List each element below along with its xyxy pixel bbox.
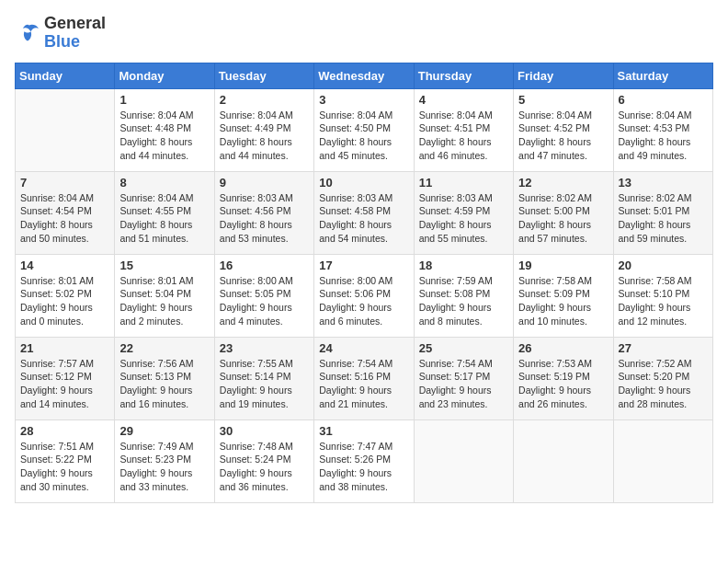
calendar-cell xyxy=(16,88,115,171)
logo-bird-icon xyxy=(15,22,40,44)
calendar-cell: 13Sunrise: 8:02 AMSunset: 5:01 PMDayligh… xyxy=(613,171,712,254)
day-number: 13 xyxy=(619,176,708,190)
calendar-cell: 2Sunrise: 8:04 AMSunset: 4:49 PMDaylight… xyxy=(214,88,313,171)
weekday-header: Sunday xyxy=(16,63,115,88)
day-info: Sunrise: 8:03 AMSunset: 4:58 PMDaylight:… xyxy=(319,191,408,246)
calendar-cell: 8Sunrise: 8:04 AMSunset: 4:55 PMDaylight… xyxy=(115,171,214,254)
logo: General Blue xyxy=(15,15,106,52)
day-number: 18 xyxy=(419,259,508,272)
page-header: General Blue xyxy=(15,15,713,52)
day-number: 29 xyxy=(119,424,209,438)
calendar-cell: 19Sunrise: 7:58 AMSunset: 5:09 PMDayligh… xyxy=(514,254,613,337)
day-info: Sunrise: 8:00 AMSunset: 5:06 PMDaylight:… xyxy=(319,274,408,328)
day-info: Sunrise: 7:48 AMSunset: 5:24 PMDaylight:… xyxy=(220,440,309,494)
day-number: 20 xyxy=(619,259,708,272)
calendar-cell: 26Sunrise: 7:53 AMSunset: 5:19 PMDayligh… xyxy=(514,337,613,419)
day-number: 9 xyxy=(220,176,309,190)
day-info: Sunrise: 8:04 AMSunset: 4:55 PMDaylight:… xyxy=(119,191,209,246)
day-info: Sunrise: 7:57 AMSunset: 5:12 PMDaylight:… xyxy=(20,357,109,411)
day-number: 30 xyxy=(220,424,309,438)
day-info: Sunrise: 8:02 AMSunset: 5:00 PMDaylight:… xyxy=(518,191,608,246)
calendar-cell: 18Sunrise: 7:59 AMSunset: 5:08 PMDayligh… xyxy=(414,254,513,337)
logo-text: General Blue xyxy=(44,15,106,52)
day-number: 25 xyxy=(419,341,508,355)
day-info: Sunrise: 7:58 AMSunset: 5:10 PMDaylight:… xyxy=(619,274,708,328)
weekday-header: Thursday xyxy=(414,63,513,88)
weekday-header: Saturday xyxy=(613,63,712,88)
day-info: Sunrise: 7:59 AMSunset: 5:08 PMDaylight:… xyxy=(419,274,508,328)
calendar-week-row: 1Sunrise: 8:04 AMSunset: 4:48 PMDaylight… xyxy=(16,88,713,171)
calendar-table: SundayMondayTuesdayWednesdayThursdayFrid… xyxy=(15,63,713,503)
calendar-cell: 25Sunrise: 7:54 AMSunset: 5:17 PMDayligh… xyxy=(414,337,513,419)
day-info: Sunrise: 7:58 AMSunset: 5:09 PMDaylight:… xyxy=(518,274,608,328)
calendar-body: 1Sunrise: 8:04 AMSunset: 4:48 PMDaylight… xyxy=(16,88,713,502)
calendar-cell: 30Sunrise: 7:48 AMSunset: 5:24 PMDayligh… xyxy=(214,419,313,502)
day-number: 3 xyxy=(319,93,408,107)
day-info: Sunrise: 8:04 AMSunset: 4:50 PMDaylight:… xyxy=(319,109,408,163)
day-info: Sunrise: 7:47 AMSunset: 5:26 PMDaylight:… xyxy=(319,440,408,494)
day-number: 10 xyxy=(319,176,408,190)
day-info: Sunrise: 7:55 AMSunset: 5:14 PMDaylight:… xyxy=(220,357,309,411)
day-info: Sunrise: 8:01 AMSunset: 5:04 PMDaylight:… xyxy=(119,274,209,328)
calendar-cell: 31Sunrise: 7:47 AMSunset: 5:26 PMDayligh… xyxy=(314,419,414,502)
day-number: 16 xyxy=(220,259,309,272)
weekday-header: Monday xyxy=(115,63,214,88)
calendar-cell xyxy=(414,419,513,502)
calendar-cell: 3Sunrise: 8:04 AMSunset: 4:50 PMDaylight… xyxy=(314,88,414,171)
calendar-week-row: 28Sunrise: 7:51 AMSunset: 5:22 PMDayligh… xyxy=(16,419,713,502)
day-number: 8 xyxy=(119,176,209,190)
day-number: 22 xyxy=(119,341,209,355)
day-info: Sunrise: 8:04 AMSunset: 4:49 PMDaylight:… xyxy=(220,109,309,163)
day-info: Sunrise: 7:54 AMSunset: 5:16 PMDaylight:… xyxy=(319,357,408,411)
calendar-cell: 14Sunrise: 8:01 AMSunset: 5:02 PMDayligh… xyxy=(16,254,115,337)
calendar-cell: 9Sunrise: 8:03 AMSunset: 4:56 PMDaylight… xyxy=(214,171,313,254)
day-info: Sunrise: 8:02 AMSunset: 5:01 PMDaylight:… xyxy=(619,191,708,246)
day-number: 14 xyxy=(20,259,109,272)
day-info: Sunrise: 8:04 AMSunset: 4:53 PMDaylight:… xyxy=(619,109,708,163)
weekday-header: Friday xyxy=(514,63,613,88)
calendar-cell: 17Sunrise: 8:00 AMSunset: 5:06 PMDayligh… xyxy=(314,254,414,337)
day-number: 4 xyxy=(419,93,508,107)
calendar-cell: 28Sunrise: 7:51 AMSunset: 5:22 PMDayligh… xyxy=(16,419,115,502)
day-info: Sunrise: 8:04 AMSunset: 4:51 PMDaylight:… xyxy=(419,109,508,163)
day-number: 2 xyxy=(220,93,309,107)
day-number: 23 xyxy=(220,341,309,355)
calendar-cell: 11Sunrise: 8:03 AMSunset: 4:59 PMDayligh… xyxy=(414,171,513,254)
day-number: 17 xyxy=(319,259,408,272)
day-info: Sunrise: 8:03 AMSunset: 4:56 PMDaylight:… xyxy=(220,191,309,246)
day-number: 7 xyxy=(20,176,109,190)
day-info: Sunrise: 8:04 AMSunset: 4:52 PMDaylight:… xyxy=(518,109,608,163)
day-number: 24 xyxy=(319,341,408,355)
day-number: 1 xyxy=(119,93,209,107)
calendar-header: SundayMondayTuesdayWednesdayThursdayFrid… xyxy=(16,63,713,88)
calendar-cell: 15Sunrise: 8:01 AMSunset: 5:04 PMDayligh… xyxy=(115,254,214,337)
day-number: 19 xyxy=(518,259,608,272)
calendar-cell: 22Sunrise: 7:56 AMSunset: 5:13 PMDayligh… xyxy=(115,337,214,419)
calendar-cell: 20Sunrise: 7:58 AMSunset: 5:10 PMDayligh… xyxy=(613,254,712,337)
day-info: Sunrise: 8:01 AMSunset: 5:02 PMDaylight:… xyxy=(20,274,109,328)
day-number: 5 xyxy=(518,93,608,107)
calendar-cell: 4Sunrise: 8:04 AMSunset: 4:51 PMDaylight… xyxy=(414,88,513,171)
day-info: Sunrise: 7:52 AMSunset: 5:20 PMDaylight:… xyxy=(619,357,708,411)
day-info: Sunrise: 7:51 AMSunset: 5:22 PMDaylight:… xyxy=(20,440,109,494)
calendar-cell xyxy=(613,419,712,502)
day-number: 6 xyxy=(619,93,708,107)
calendar-cell: 6Sunrise: 8:04 AMSunset: 4:53 PMDaylight… xyxy=(613,88,712,171)
calendar-week-row: 7Sunrise: 8:04 AMSunset: 4:54 PMDaylight… xyxy=(16,171,713,254)
calendar-week-row: 21Sunrise: 7:57 AMSunset: 5:12 PMDayligh… xyxy=(16,337,713,419)
day-number: 26 xyxy=(518,341,608,355)
day-info: Sunrise: 8:04 AMSunset: 4:54 PMDaylight:… xyxy=(20,191,109,246)
weekday-header: Wednesday xyxy=(314,63,414,88)
calendar-week-row: 14Sunrise: 8:01 AMSunset: 5:02 PMDayligh… xyxy=(16,254,713,337)
weekday-header: Tuesday xyxy=(214,63,313,88)
calendar-cell: 27Sunrise: 7:52 AMSunset: 5:20 PMDayligh… xyxy=(613,337,712,419)
day-number: 27 xyxy=(619,341,708,355)
day-info: Sunrise: 7:49 AMSunset: 5:23 PMDaylight:… xyxy=(119,440,209,494)
day-number: 21 xyxy=(20,341,109,355)
calendar-cell: 10Sunrise: 8:03 AMSunset: 4:58 PMDayligh… xyxy=(314,171,414,254)
day-info: Sunrise: 8:03 AMSunset: 4:59 PMDaylight:… xyxy=(419,191,508,246)
day-number: 28 xyxy=(20,424,109,438)
day-info: Sunrise: 7:56 AMSunset: 5:13 PMDaylight:… xyxy=(119,357,209,411)
calendar-cell: 29Sunrise: 7:49 AMSunset: 5:23 PMDayligh… xyxy=(115,419,214,502)
calendar-cell: 12Sunrise: 8:02 AMSunset: 5:00 PMDayligh… xyxy=(514,171,613,254)
